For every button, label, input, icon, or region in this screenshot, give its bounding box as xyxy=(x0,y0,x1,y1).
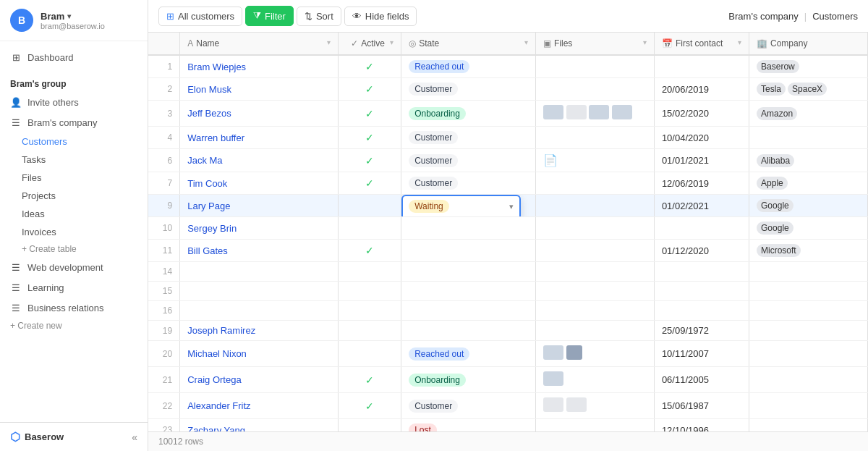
cell-row-num: 19 xyxy=(148,321,180,341)
cell-state[interactable]: Reached out xyxy=(401,55,536,78)
table-row: 22Alexander Fritz✓Customer 15/06/1987 xyxy=(148,393,868,419)
cell-row-num: 11 xyxy=(148,240,180,262)
create-table-link[interactable]: + Create table xyxy=(0,241,148,257)
check-icon: ✓ xyxy=(365,177,374,189)
cell-row-num: 1 xyxy=(148,55,180,78)
grid-icon: ⊞ xyxy=(166,11,174,22)
cell-name[interactable]: Sergey Brin xyxy=(180,217,339,240)
sidebar-item-workspace[interactable]: ☰ Bram's company xyxy=(0,112,148,132)
company-tag: Tesla xyxy=(757,83,786,96)
cell-name[interactable]: Lary Page xyxy=(180,195,339,217)
cell-files xyxy=(535,195,654,217)
cell-state[interactable]: Customer xyxy=(401,172,536,195)
sidebar-item-invoices[interactable]: Invoices xyxy=(0,223,148,241)
cell-name[interactable]: Michael Nixon xyxy=(180,341,339,367)
check-icon: ✓ xyxy=(365,400,374,412)
all-customers-button[interactable]: ⊞ All customers xyxy=(158,7,242,26)
cell-active xyxy=(338,301,401,321)
cell-files xyxy=(535,321,654,341)
th-company[interactable]: 🏢Company xyxy=(749,33,868,55)
sidebar-item-dashboard[interactable]: ⊞ Dashboard xyxy=(0,47,148,67)
cell-state[interactable]: Onboarding xyxy=(401,101,536,127)
th-files[interactable]: ▣Files ▾ xyxy=(535,33,654,55)
sidebar-item-web-development[interactable]: ☰ Web development xyxy=(0,257,148,277)
cell-name[interactable]: Craig Ortega xyxy=(180,367,339,393)
cell-state[interactable] xyxy=(401,240,536,262)
cell-company: Google xyxy=(749,217,868,240)
cell-row-num: 3 xyxy=(148,101,180,127)
sidebar-item-files[interactable]: Files xyxy=(0,169,148,187)
cell-company xyxy=(749,419,868,432)
cell-first-contact: 10/11/2007 xyxy=(654,341,749,367)
cell-name[interactable]: Zachary Yang xyxy=(180,419,339,432)
cell-state[interactable] xyxy=(401,301,536,321)
cell-name[interactable] xyxy=(180,301,339,321)
cell-active: ✓ xyxy=(338,172,401,195)
file-thumb xyxy=(612,105,632,119)
cell-state[interactable]: Onboarding xyxy=(401,367,536,393)
cell-name[interactable]: Tim Cook xyxy=(180,172,339,195)
cell-state[interactable]: Reached out xyxy=(401,341,536,367)
sidebar: B Bram ▾ bram@baserow.io ⊞ Dashboard Bra… xyxy=(0,0,148,451)
cell-files xyxy=(535,217,654,240)
th-name[interactable]: AName ▾ xyxy=(180,33,339,55)
cell-name[interactable]: Jeff Bezos xyxy=(180,101,339,127)
cell-active: ✓ xyxy=(338,367,401,393)
cell-name[interactable]: Bill Gates xyxy=(180,240,339,262)
collapse-sidebar-button[interactable]: « xyxy=(132,431,137,443)
cell-name[interactable] xyxy=(180,262,339,282)
cell-active xyxy=(338,217,401,240)
web-icon: ☰ xyxy=(10,261,22,273)
filter-button[interactable]: ⧩ Filter xyxy=(245,6,294,26)
cell-state[interactable] xyxy=(401,282,536,301)
cell-state[interactable] xyxy=(401,321,536,341)
dropdown-selected-value[interactable]: Waiting▾ xyxy=(403,196,519,216)
cell-row-num: 23 xyxy=(148,419,180,432)
cell-company xyxy=(749,282,868,301)
sidebar-item-business-relations[interactable]: ☰ Business relations xyxy=(0,298,148,318)
cell-name[interactable]: Elon Musk xyxy=(180,78,339,101)
sidebar-item-ideas[interactable]: Ideas xyxy=(0,205,148,223)
th-active[interactable]: ✓Active ▾ xyxy=(338,33,401,55)
breadcrumb-table[interactable]: Customers xyxy=(812,11,858,22)
user-name[interactable]: Bram ▾ xyxy=(41,11,105,22)
cell-name[interactable]: Jack Ma xyxy=(180,149,339,172)
th-state[interactable]: ◎State ▾ xyxy=(401,33,536,55)
cell-active xyxy=(338,321,401,341)
cell-state[interactable]: Customer xyxy=(401,78,536,101)
cell-first-contact: 12/10/1996 xyxy=(654,419,749,432)
cell-name[interactable] xyxy=(180,282,339,301)
cell-files xyxy=(535,127,654,149)
cell-name[interactable]: Bram Wiepjes xyxy=(180,55,339,78)
sidebar-item-customers[interactable]: Customers xyxy=(0,132,148,151)
company-tag: Amazon xyxy=(757,107,797,120)
sidebar-item-invite[interactable]: 👤 Invite others xyxy=(0,92,148,112)
cell-name[interactable]: Joseph Ramirez xyxy=(180,321,339,341)
cell-name[interactable]: Warren buffer xyxy=(180,127,339,149)
cell-active xyxy=(338,419,401,432)
sidebar-item-learning[interactable]: ☰ Learning xyxy=(0,277,148,298)
sidebar-item-projects[interactable]: Projects xyxy=(0,187,148,205)
cell-active: ✓ xyxy=(338,127,401,149)
cell-company xyxy=(749,393,868,419)
table-row: 1Bram Wiepjes✓Reached outBaserow xyxy=(148,55,868,78)
cell-active: ✓ xyxy=(338,393,401,419)
th-first-contact[interactable]: 📅First contact ▾ xyxy=(654,33,749,55)
cell-state[interactable] xyxy=(401,217,536,240)
create-new-link[interactable]: + Create new xyxy=(0,318,148,334)
hide-fields-button[interactable]: 👁 Hide fields xyxy=(344,7,417,26)
check-icon: ✓ xyxy=(365,155,374,167)
cell-state[interactable]: Customer xyxy=(401,149,536,172)
sort-button[interactable]: ⇅ Sort xyxy=(297,7,341,26)
cell-state[interactable] xyxy=(401,262,536,282)
cell-first-contact: 06/11/2005 xyxy=(654,367,749,393)
cell-state[interactable]: Customer xyxy=(401,393,536,419)
cell-state[interactable]: Customer xyxy=(401,127,536,149)
breadcrumb-company[interactable]: Bram's company xyxy=(728,11,798,22)
cell-state[interactable]: Waiting▾🔍 Reached outOnboardingCustomerL… xyxy=(401,195,536,217)
cell-row-num: 21 xyxy=(148,367,180,393)
cell-state[interactable]: Lost xyxy=(401,419,536,432)
state-dropdown[interactable]: Waiting▾🔍 Reached outOnboardingCustomerL… xyxy=(401,195,521,217)
cell-name[interactable]: Alexander Fritz xyxy=(180,393,339,419)
sidebar-item-tasks[interactable]: Tasks xyxy=(0,151,148,169)
